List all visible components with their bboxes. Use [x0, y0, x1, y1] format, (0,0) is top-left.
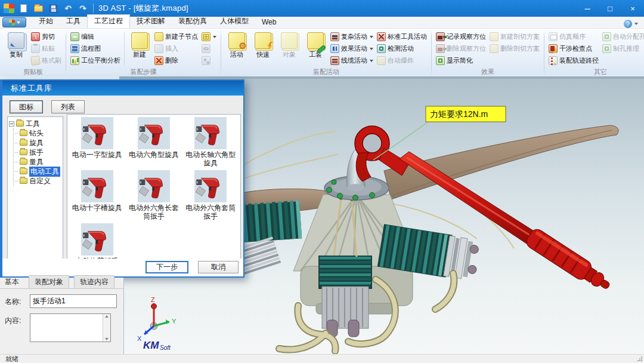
redo-button[interactable]: ↷: [78, 4, 88, 14]
delete-button[interactable]: 删除: [153, 56, 199, 66]
hole-inference-button[interactable]: 制孔推理: [601, 44, 644, 54]
chevron-down-icon: [370, 36, 373, 38]
chart-icon: [70, 56, 79, 65]
tool-item-flat-screwdriver[interactable]: 电动一字型旋具: [69, 117, 125, 168]
tab-basic[interactable]: 基本: [0, 276, 24, 288]
format-painter-button[interactable]: 格式刷: [30, 56, 63, 66]
paste-button[interactable]: 粘贴: [30, 44, 63, 54]
delete-view-button[interactable]: 删除观察方位: [435, 44, 487, 54]
complex-activity-button[interactable]: 复杂活动: [329, 32, 374, 42]
new-section-plan-button[interactable]: 新建剖切方案: [488, 32, 541, 42]
tab-human-model[interactable]: 人体模型: [213, 15, 255, 28]
tab-tech-illustration[interactable]: 技术图解: [130, 15, 172, 28]
edit-button[interactable]: 编辑: [69, 32, 122, 42]
tool-item-long-hex-screwdriver[interactable]: 电动长轴六角型旋具: [182, 117, 239, 168]
dialog-title-bar[interactable]: 标准工具库: [2, 81, 243, 96]
record-view-button[interactable]: 记录观察方位: [435, 32, 487, 42]
undo-icon: ↶: [64, 4, 72, 13]
undo-button[interactable]: ↶: [63, 4, 73, 14]
tree-item-wrenches[interactable]: 扳手: [15, 147, 61, 157]
tab-web[interactable]: Web: [255, 17, 283, 28]
copy-button[interactable]: 复制: [4, 30, 29, 67]
help-icon[interactable]: ?: [624, 20, 632, 28]
icon-view-button[interactable]: 图标: [10, 100, 43, 113]
auto-explode-button[interactable]: 自动爆炸: [376, 56, 428, 66]
tab-start[interactable]: 开始: [32, 15, 60, 28]
assembly-trajectory-button[interactable]: 装配轨迹路径: [547, 56, 600, 66]
tree-collapse-icon[interactable]: [9, 121, 14, 127]
cut-button[interactable]: 剪切: [30, 32, 63, 42]
new-file-button[interactable]: [18, 4, 29, 14]
tool-item-long-socket-wrench[interactable]: 电动外六角长套筒扳手: [125, 170, 182, 221]
folder-icon: [20, 168, 27, 174]
interference-check-button[interactable]: 干涉检查点: [547, 44, 600, 54]
tooling-icon: [307, 32, 324, 49]
tool-item-socket-wrench[interactable]: 电动外六角套筒扳手: [182, 170, 239, 221]
delete-section-plan-button[interactable]: 删除剖切方案: [488, 44, 541, 54]
resize-grip[interactable]: [637, 356, 643, 362]
textarea-scrollbar[interactable]: [103, 314, 110, 342]
content-textarea[interactable]: [30, 313, 111, 342]
tree-item-screwdrivers[interactable]: 旋具: [15, 138, 61, 147]
node-tool-button[interactable]: [200, 56, 218, 66]
detect-activity-button[interactable]: 检测活动: [376, 44, 428, 54]
hole-icon: [602, 32, 611, 41]
chevron-down-icon[interactable]: [634, 23, 638, 25]
flowchart-icon: [70, 44, 79, 53]
titlebar-separator: [93, 4, 94, 13]
insert-button[interactable]: 插入: [153, 44, 199, 54]
standard-tool-activity-button[interactable]: 标准工具活动: [376, 32, 428, 42]
nodes-icon: [202, 56, 210, 65]
new-file-icon: [20, 4, 27, 13]
list-view-button[interactable]: 列表: [51, 100, 85, 113]
tree-item-custom[interactable]: 自定义: [15, 176, 61, 186]
link-button[interactable]: [200, 44, 218, 54]
tab-process[interactable]: 工艺过程: [87, 14, 130, 28]
power-wrench-icon: [138, 170, 170, 202]
tool-item-hex-screwdriver[interactable]: 电动六角型旋具: [125, 117, 182, 168]
dialog-button-row: 下一步 取消: [2, 259, 243, 276]
flowchart-button[interactable]: 流程图: [69, 44, 122, 54]
cancel-button[interactable]: 取消: [198, 261, 239, 273]
display-simplify-button[interactable]: 显示简化: [435, 56, 487, 66]
tree-item-power-tools[interactable]: 电动工具: [15, 167, 61, 176]
delete-icon: [154, 56, 163, 65]
save-button[interactable]: [48, 4, 58, 14]
effect-activity-button[interactable]: 效果活动: [329, 44, 374, 54]
activity-button[interactable]: ⚙ 活动: [224, 30, 249, 67]
chevron-down-icon: [213, 36, 216, 38]
layout-grid-button[interactable]: [200, 32, 218, 42]
station-balance-button[interactable]: 工位平衡分析: [69, 56, 122, 66]
minimize-button[interactable]: ─: [576, 0, 599, 17]
dialog-title: 标准工具库: [11, 83, 52, 94]
brush-icon: [30, 56, 41, 66]
sim-order-button[interactable]: 仿真顺序: [547, 32, 600, 42]
app-menu-button[interactable]: [2, 17, 26, 27]
scroll-up-icon[interactable]: [105, 315, 109, 318]
tree-item-tools-root[interactable]: 工具: [9, 119, 61, 128]
power-screwdriver-icon: [81, 117, 113, 149]
quick-activity-button[interactable]: 快速: [250, 30, 275, 67]
new-step-button[interactable]: 新建: [127, 30, 152, 67]
tab-assembly-objects[interactable]: 装配对象: [29, 275, 69, 288]
open-file-button[interactable]: [33, 4, 44, 14]
tree-item-drill-bits[interactable]: 钻头: [15, 128, 61, 138]
tooling-button[interactable]: 工装: [303, 30, 328, 67]
auto-hole-button[interactable]: 自动分配孔位: [601, 32, 644, 42]
close-button[interactable]: ×: [621, 0, 644, 17]
tab-trajectory-content[interactable]: 轨迹内容: [74, 275, 114, 288]
cable-activity-icon: [330, 56, 339, 65]
new-child-node-button[interactable]: 新建子节点: [153, 32, 199, 42]
tree-item-measuring-tools[interactable]: 量具: [15, 157, 61, 167]
tool-item-phillips-screwdriver[interactable]: 电动十字槽旋具: [69, 170, 125, 221]
maximize-button[interactable]: □: [599, 0, 621, 17]
group-label-clipboard: 剪贴板: [1, 67, 65, 76]
scroll-down-icon[interactable]: [105, 338, 109, 340]
name-input[interactable]: [30, 294, 117, 308]
cable-activity-button[interactable]: 线缆活动: [329, 56, 374, 66]
section-icon: [490, 32, 499, 41]
object-button[interactable]: 对象: [277, 30, 302, 67]
tab-tools[interactable]: 工具: [60, 15, 87, 28]
next-step-button[interactable]: 下一步: [145, 261, 188, 273]
tab-assembly-sim[interactable]: 装配仿真: [172, 15, 213, 28]
